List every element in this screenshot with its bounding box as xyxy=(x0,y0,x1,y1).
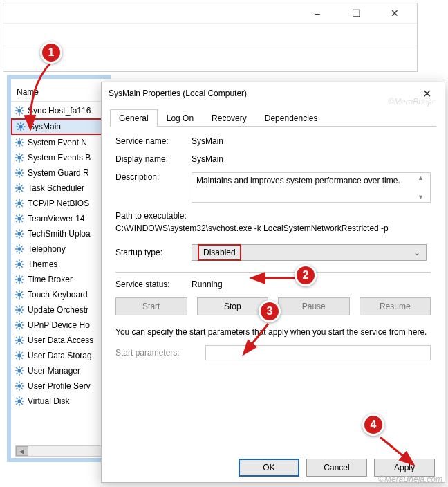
svg-line-33 xyxy=(21,160,23,161)
service-row-system-guard-r[interactable]: System Guard R xyxy=(11,165,111,181)
label-startup-type: Startup type: xyxy=(115,248,192,257)
service-row-themes[interactable]: Themes xyxy=(11,257,111,272)
startup-type-combo[interactable]: Disabled ⌄ xyxy=(192,244,427,261)
svg-line-131 xyxy=(16,322,17,323)
svg-line-182 xyxy=(380,437,412,463)
service-row-virtual-disk[interactable]: Virtual Disk xyxy=(11,394,111,409)
svg-line-168 xyxy=(21,388,23,389)
tab-log-on[interactable]: Log On xyxy=(158,109,203,127)
tab-dependencies[interactable]: Dependencies xyxy=(256,109,327,127)
label-description: Description: xyxy=(115,172,192,203)
svg-point-0 xyxy=(17,109,21,112)
svg-line-89 xyxy=(21,246,23,247)
service-name: User Profile Serv xyxy=(28,381,91,391)
stop-button[interactable]: Stop xyxy=(197,297,269,315)
value-description: Maintains and improves system performanc… xyxy=(196,176,400,185)
svg-line-104 xyxy=(16,276,17,277)
service-name: TCP/IP NetBIOS xyxy=(28,199,89,208)
svg-line-141 xyxy=(21,342,23,344)
chevron-down-icon: ⌄ xyxy=(413,248,420,257)
maximize-button[interactable]: ☐ xyxy=(346,8,366,19)
svg-line-79 xyxy=(16,236,17,237)
svg-line-25 xyxy=(16,145,17,146)
service-row-system-event-n[interactable]: System Event N xyxy=(11,135,111,150)
svg-point-117 xyxy=(17,308,21,311)
gear-icon xyxy=(14,228,25,239)
svg-line-88 xyxy=(16,251,17,252)
svg-line-70 xyxy=(16,221,17,222)
cancel-button[interactable]: Cancel xyxy=(306,459,367,477)
startup-type-value: Disabled xyxy=(198,244,241,261)
svg-point-81 xyxy=(17,247,21,250)
svg-line-151 xyxy=(16,358,17,359)
svg-line-176 xyxy=(16,398,17,399)
svg-line-60 xyxy=(21,205,23,207)
service-row-system-events-b[interactable]: System Events B xyxy=(11,150,111,165)
description-box[interactable]: Maintains and improves system performanc… xyxy=(192,172,431,203)
svg-line-133 xyxy=(16,327,17,329)
svg-point-153 xyxy=(17,369,21,372)
value-service-name: SysMain xyxy=(192,136,431,146)
svg-line-125 xyxy=(21,306,23,308)
close-button[interactable]: ✕ xyxy=(385,8,404,19)
svg-line-142 xyxy=(16,342,17,344)
svg-line-50 xyxy=(16,185,17,186)
gear-icon xyxy=(14,183,25,194)
label-display-name: Display name: xyxy=(115,154,192,164)
svg-line-123 xyxy=(21,312,23,313)
service-name: Task Scheduler xyxy=(28,183,84,193)
annotation-arrow-1 xyxy=(22,58,64,134)
service-row-tcp-ip-netbios[interactable]: TCP/IP NetBIOS xyxy=(11,196,111,211)
svg-point-72 xyxy=(17,232,21,235)
value-display-name: SysMain xyxy=(192,154,431,164)
svg-point-18 xyxy=(17,140,21,144)
svg-line-26 xyxy=(21,139,23,140)
scroll-left-icon[interactable]: ◄ xyxy=(16,448,27,455)
svg-point-126 xyxy=(17,323,21,327)
gear-icon xyxy=(14,289,25,300)
svg-line-114 xyxy=(21,297,23,298)
service-name: User Data Access xyxy=(28,336,93,345)
titlebar: – ☐ ✕ xyxy=(3,3,417,23)
svg-line-134 xyxy=(21,322,23,323)
svg-line-24 xyxy=(21,145,23,146)
svg-line-71 xyxy=(21,215,23,217)
service-row-upnp-device-ho[interactable]: UPnP Device Ho xyxy=(11,318,111,333)
scroll-up-icon[interactable]: ▲ xyxy=(418,174,429,181)
svg-line-98 xyxy=(21,261,23,262)
tab-general[interactable]: General xyxy=(110,109,158,127)
service-name: System Event N xyxy=(28,138,87,147)
svg-line-122 xyxy=(16,306,17,308)
service-row-user-data-access[interactable]: User Data Access xyxy=(11,333,111,348)
svg-line-61 xyxy=(16,205,17,207)
service-row-user-data-storag[interactable]: User Data Storag xyxy=(11,348,111,363)
service-row-time-broker[interactable]: Time Broker xyxy=(11,272,111,287)
service-row-telephony[interactable]: Telephony xyxy=(11,241,111,257)
svg-point-99 xyxy=(17,277,21,281)
tab-recovery[interactable]: Recovery xyxy=(203,109,256,127)
service-row-touch-keyboard[interactable]: Touch Keyboard xyxy=(11,287,111,302)
toolbar xyxy=(3,23,417,46)
svg-line-62 xyxy=(21,200,23,201)
svg-line-124 xyxy=(16,312,17,313)
scroll-down-icon[interactable]: ▼ xyxy=(418,194,429,201)
svg-line-34 xyxy=(16,160,17,161)
svg-line-177 xyxy=(21,403,23,405)
svg-line-181 xyxy=(245,324,268,353)
service-name: System Events B xyxy=(28,153,91,163)
service-row-teamviewer-14[interactable]: TeamViewer 14 xyxy=(11,211,111,226)
svg-point-135 xyxy=(17,338,21,342)
svg-line-178 xyxy=(16,403,17,405)
service-row-user-manager[interactable]: User Manager xyxy=(11,363,111,378)
svg-line-161 xyxy=(21,367,23,369)
services-window: – ☐ ✕ xyxy=(3,3,418,72)
gear-icon xyxy=(14,274,25,285)
service-row-update-orchestr[interactable]: Update Orchestr xyxy=(11,302,111,318)
service-row-user-profile-serv[interactable]: User Profile Serv xyxy=(11,378,111,394)
service-name: Themes xyxy=(28,259,57,269)
service-row-techsmith-uploa[interactable]: TechSmith Uploa xyxy=(11,226,111,241)
service-row-task-scheduler[interactable]: Task Scheduler xyxy=(11,181,111,196)
horizontal-scrollbar[interactable]: ◄ xyxy=(15,445,112,457)
ok-button[interactable]: OK xyxy=(239,459,299,477)
minimize-button[interactable]: – xyxy=(308,8,327,19)
